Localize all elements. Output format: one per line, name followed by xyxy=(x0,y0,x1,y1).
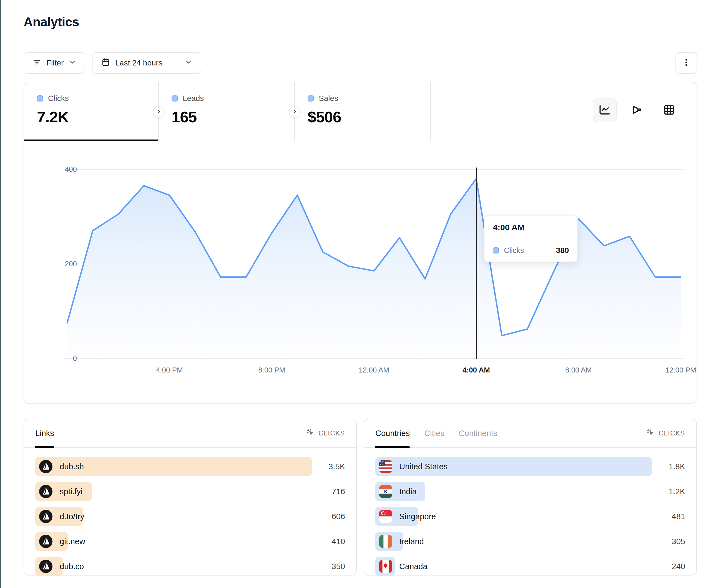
row-value: 240 xyxy=(672,562,685,571)
row-value: 1.2K xyxy=(669,487,685,496)
metric-value: 7.2K xyxy=(37,108,146,126)
calendar-icon xyxy=(101,58,110,68)
link-row[interactable]: dub.sh3.5K xyxy=(35,457,345,476)
link-row[interactable]: git.new410 xyxy=(35,532,345,551)
metric-tabs: Clicks 7.2K Leads 165 Sales $506 xyxy=(24,82,696,141)
filter-button[interactable]: Filter xyxy=(24,52,85,74)
x-axis-tick: 4:00 AM xyxy=(462,366,490,375)
table-view-button[interactable] xyxy=(657,98,681,122)
dub-logo-icon xyxy=(39,560,52,573)
us-flag-icon xyxy=(379,460,392,473)
tab-label: Links xyxy=(35,429,54,438)
dub-logo-icon xyxy=(39,535,52,548)
tab-label: Continents xyxy=(459,429,497,438)
pointer-click-icon xyxy=(306,428,315,438)
countries-list: United States1.8KIndia1.2KSingapore481Ir… xyxy=(364,448,696,585)
tab-countries[interactable]: Countries xyxy=(375,420,410,447)
dub-logo-icon xyxy=(39,510,52,523)
row-label: Ireland xyxy=(399,537,424,546)
x-axis-tick: 8:00 PM xyxy=(258,366,285,375)
tab-leads[interactable]: Leads 165 xyxy=(159,82,295,141)
table-grid-icon xyxy=(663,104,675,117)
sales-legend-chip xyxy=(308,95,314,101)
row-value: 305 xyxy=(672,537,685,546)
chart-plot[interactable] xyxy=(64,157,684,368)
country-row[interactable]: Ireland305 xyxy=(375,532,685,551)
geo-metric-toggle[interactable]: CLICKS xyxy=(646,420,685,447)
tooltip-value: 380 xyxy=(556,246,569,255)
window-edge-divider xyxy=(0,0,1,588)
clicks-legend-chip xyxy=(493,247,499,253)
line-chart-icon xyxy=(599,104,611,117)
funnel-view-button[interactable] xyxy=(625,98,649,122)
tab-label: Countries xyxy=(375,429,410,438)
hover-crosshair xyxy=(476,167,477,359)
chevron-down-icon xyxy=(69,58,76,68)
country-row[interactable]: India1.2K xyxy=(375,482,685,501)
metric-label: Clicks xyxy=(48,94,69,103)
active-tab-underline xyxy=(375,446,410,448)
x-axis-tick: 12:00 PM xyxy=(665,366,696,375)
chevron-right-icon xyxy=(156,109,161,115)
link-row[interactable]: d.to/try606 xyxy=(35,507,345,526)
ie-flag-icon xyxy=(379,535,392,548)
dub-logo-icon xyxy=(39,485,52,498)
date-range-button[interactable]: Last 24 hours xyxy=(92,52,201,74)
row-label: dub.co xyxy=(60,562,84,571)
geo-panel-header: Countries Cities Continents CLICKS xyxy=(364,420,696,448)
toolbar: Filter Last 24 hours xyxy=(24,52,201,74)
country-row[interactable]: Canada240 xyxy=(375,557,685,576)
row-label: Singapore xyxy=(399,512,436,521)
country-row[interactable]: United States1.8K xyxy=(375,457,685,476)
filter-lines-icon xyxy=(33,58,41,68)
metric-value: 165 xyxy=(172,108,281,126)
page-title: Analytics xyxy=(24,15,79,29)
tab-clicks[interactable]: Clicks 7.2K xyxy=(24,82,159,141)
row-label: India xyxy=(399,487,417,496)
bar-track xyxy=(375,482,652,501)
row-label: git.new xyxy=(60,537,85,546)
metric-header-label: CLICKS xyxy=(659,429,685,437)
link-row[interactable]: dub.co350 xyxy=(35,557,345,576)
tab-links[interactable]: Links xyxy=(35,420,54,447)
links-panel-header: Links CLICKS xyxy=(24,420,356,448)
line-chart-view-button[interactable] xyxy=(593,98,617,122)
tab-continents[interactable]: Continents xyxy=(459,420,497,447)
tooltip-time: 4:00 AM xyxy=(484,216,577,239)
row-value: 481 xyxy=(672,512,685,521)
row-value: 410 xyxy=(332,537,345,546)
links-metric-toggle[interactable]: CLICKS xyxy=(306,420,345,447)
x-axis-tick: 12:00 AM xyxy=(359,366,389,375)
row-label: spti.fyi xyxy=(60,487,83,496)
leads-legend-chip xyxy=(172,95,178,101)
active-tab-underline xyxy=(35,446,54,448)
row-value: 716 xyxy=(332,487,345,496)
metric-header-label: CLICKS xyxy=(319,429,345,437)
x-axis-tick: 8:00 AM xyxy=(565,366,591,375)
clicks-legend-chip xyxy=(37,95,43,101)
dub-logo-icon xyxy=(39,460,52,473)
pointer-click-icon xyxy=(646,428,655,438)
geo-panel: Countries Cities Continents CLICKS Unite… xyxy=(364,419,697,575)
row-label: d.to/try xyxy=(60,512,84,521)
row-label: dub.sh xyxy=(60,462,84,471)
row-value: 3.5K xyxy=(328,462,345,471)
tab-label: Cities xyxy=(424,429,445,438)
tab-sales[interactable]: Sales $506 xyxy=(295,82,431,141)
expand-clicks-button[interactable] xyxy=(153,106,165,118)
tab-cities[interactable]: Cities xyxy=(424,420,445,447)
expand-leads-button[interactable] xyxy=(289,106,301,118)
tooltip-series-label: Clicks xyxy=(504,246,524,255)
chart-tooltip: 4:00 AM Clicks 380 xyxy=(484,216,578,262)
chart-view-switcher xyxy=(593,98,681,122)
row-value: 1.8K xyxy=(669,462,685,471)
country-row[interactable]: Singapore481 xyxy=(375,507,685,526)
clicks-area-chart: 400 200 0 4:00 AM Clicks 380 4:00 PM8:00… xyxy=(24,141,696,403)
sg-flag-icon xyxy=(379,510,392,523)
link-row[interactable]: spti.fyi716 xyxy=(35,482,345,501)
more-options-button[interactable] xyxy=(675,52,697,74)
chevron-down-icon xyxy=(185,58,192,68)
date-range-label: Last 24 hours xyxy=(115,59,163,67)
in-flag-icon xyxy=(379,485,392,498)
row-label: Canada xyxy=(399,562,428,571)
